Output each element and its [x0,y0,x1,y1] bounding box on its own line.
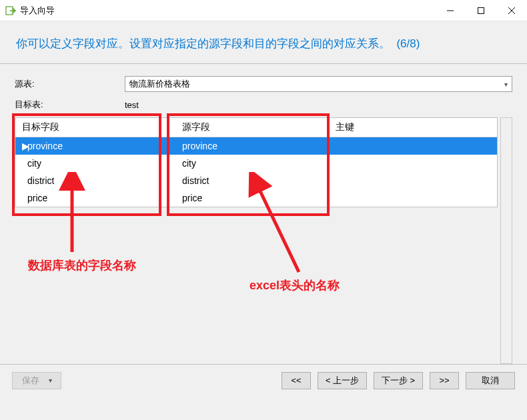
instruction-text: 你可以定义字段对应。设置对应指定的源字段和目的字段之间的对应关系。 [16,37,390,50]
button-bar: 保存 ▾ << < 上一步 下一步 > >> 取消 [0,364,527,396]
next-button[interactable]: 下一步 > [374,372,423,389]
wizard-instruction: 你可以定义字段对应。设置对应指定的源字段和目的字段之间的对应关系。 (6/8) [0,21,527,63]
save-button[interactable]: 保存 ▾ [12,372,61,389]
first-button[interactable]: << [282,372,311,389]
source-table-value: 物流新价格表格 [129,78,190,90]
cell-source: province [175,137,329,155]
cell-target: city [15,155,175,172]
mapping-area: 目标字段 源字段 主键 ▶province province city city [15,117,512,364]
cell-target: district [15,172,175,189]
cancel-button[interactable]: 取消 [466,372,515,389]
cell-pk [329,189,497,207]
source-table-select[interactable]: 物流新价格表格 ▾ [125,76,512,92]
window-controls [435,0,527,21]
source-table-label: 源表: [15,78,125,90]
cell-target: ▶province [15,137,175,155]
column-header-source[interactable]: 源字段 [175,118,329,137]
chevron-down-icon: ▾ [49,377,52,384]
cell-source: city [175,155,329,172]
wizard-window: 导入向导 你可以定义字段对应。设置对应指定的源字段和目的字段之间的对应关系。 (… [0,0,527,420]
titlebar: 导入向导 [0,0,527,21]
cell-source: district [175,172,329,189]
svg-rect-2 [478,8,484,14]
form-area: 源表: 物流新价格表格 ▾ 目标表: test [0,64,527,117]
maximize-button[interactable] [466,0,496,21]
field-mapping-grid[interactable]: 目标字段 源字段 主键 ▶province province city city [15,117,498,207]
target-table-value: test [125,100,139,110]
prev-button[interactable]: < 上一步 [318,372,367,389]
cell-target: price [15,189,175,207]
app-icon [5,5,16,16]
minimize-button[interactable] [435,0,466,21]
table-row[interactable]: ▶province province [15,137,497,155]
table-row[interactable]: district district [15,172,497,189]
window-title: 导入向导 [20,5,435,17]
last-button[interactable]: >> [430,372,459,389]
column-header-pk[interactable]: 主键 [329,118,497,137]
table-row[interactable]: price price [15,189,497,207]
column-header-target[interactable]: 目标字段 [15,118,175,137]
target-table-row: 目标表: test [15,99,512,111]
cell-source: price [175,189,329,207]
chevron-down-icon: ▾ [504,81,508,88]
step-indicator: (6/8) [396,37,420,50]
cell-pk [329,172,497,189]
cell-pk [329,137,497,155]
annotation-label-right: excel表头的名称 [249,277,340,293]
table-row[interactable]: city city [15,155,497,172]
target-table-label: 目标表: [15,99,125,111]
annotation-label-left: 数据库表的字段名称 [28,257,136,273]
source-table-row: 源表: 物流新价格表格 ▾ [15,76,512,92]
scrollbar[interactable] [500,117,512,364]
close-button[interactable] [496,0,527,21]
cell-pk [329,155,497,172]
